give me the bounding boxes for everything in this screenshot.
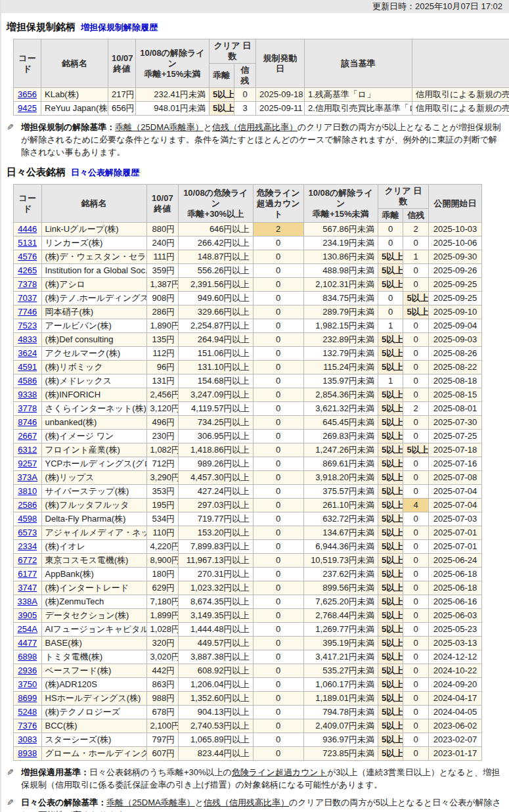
stock-code-link[interactable]: 7037 xyxy=(18,293,37,303)
table-row: 3747(株)インタートレード629円1,023.32円以上0899.56円未満… xyxy=(14,581,482,595)
clear-days-kairi: 5以上 xyxy=(378,361,403,374)
stock-code-link[interactable]: 3656 xyxy=(18,89,37,99)
note-term-link[interactable]: 乖離（25DMA乖離率） xyxy=(106,798,194,807)
danger-count: 0 xyxy=(253,250,303,264)
danger-line: 2,740.53円以上 xyxy=(179,719,253,733)
stock-code-link[interactable]: 4598 xyxy=(18,514,37,524)
stock-code-link[interactable]: 4446 xyxy=(18,224,37,234)
stock-code-link[interactable]: 2936 xyxy=(18,665,37,675)
stock-code-link[interactable]: 6177 xyxy=(18,569,37,579)
start-date: 2024-09-20 xyxy=(428,678,481,692)
code-cell: 7523 xyxy=(14,319,42,333)
close-price: 286円 xyxy=(146,305,179,319)
note-term-link[interactable]: 乖離（25DMA乖離率） xyxy=(115,122,203,132)
clear-days-shinzan: 5以上 xyxy=(403,443,428,457)
start-date: 2025-10-06 xyxy=(428,237,481,250)
table-row: 4586(株)メドレックス131円154.68円以上0135.97円未満1020… xyxy=(14,374,482,388)
clear-days-shinzan: 0 xyxy=(403,278,428,292)
close-price: 1,028円 xyxy=(146,623,179,637)
stock-code-link[interactable]: 9257 xyxy=(18,459,37,468)
code-cell: 3624 xyxy=(14,347,42,361)
stock-code-link[interactable]: 6772 xyxy=(18,555,37,565)
close-price: 534円 xyxy=(146,512,179,526)
release-line: 632.72円未満 xyxy=(303,512,378,526)
danger-line: 427.24円以上 xyxy=(179,485,253,499)
clear-days-shinzan: 0 xyxy=(403,457,428,471)
stock-code-link[interactable]: 3083 xyxy=(18,734,37,744)
stock-code-link[interactable]: 4576 xyxy=(18,252,37,261)
col-header-code: コード xyxy=(14,39,41,88)
stock-code-link[interactable]: 4477 xyxy=(18,638,37,648)
stock-code-link[interactable]: 7376 xyxy=(18,721,37,731)
code-cell: 6573 xyxy=(14,526,42,540)
stock-code-link[interactable]: 338A xyxy=(18,597,37,606)
stock-code-link[interactable]: 5131 xyxy=(18,238,37,248)
start-date: 2025-07-01 xyxy=(428,540,481,554)
close-price: 496円 xyxy=(146,416,179,430)
clear-days-kairi: 5以上 xyxy=(210,102,234,116)
release-line: 232.89円未満 xyxy=(303,333,378,347)
col-header-criteria: 該当基準 xyxy=(305,39,412,88)
clear-days-shinzan: 0 xyxy=(403,609,428,623)
stock-code-link[interactable]: 8746 xyxy=(18,417,37,427)
stock-code-link[interactable]: 254A xyxy=(18,624,37,634)
stock-code-link[interactable]: 3778 xyxy=(18,403,37,413)
stock-code-link[interactable]: 4265 xyxy=(18,265,37,275)
start-date: 2025-06-16 xyxy=(428,595,481,609)
stock-code-link[interactable]: 9425 xyxy=(18,103,37,113)
stock-code-link[interactable]: 3750 xyxy=(18,679,37,689)
col-header-release-line: 10/08の解除ライン 乖離+15%未満 xyxy=(303,185,378,223)
release-line: 134.67円未満 xyxy=(303,526,378,540)
stock-code-link[interactable]: 6573 xyxy=(18,528,37,537)
stock-code-link[interactable]: 6312 xyxy=(18,445,37,455)
code-cell: 7037 xyxy=(14,292,42,305)
close-price: 131円 xyxy=(146,374,179,388)
stock-code-link[interactable]: 3747 xyxy=(18,583,37,593)
danger-line: 1,444.48円以上 xyxy=(179,623,253,637)
stock-code-link[interactable]: 3624 xyxy=(18,348,37,358)
stock-code-link[interactable]: 8699 xyxy=(18,693,37,703)
stock-code-link[interactable]: 7746 xyxy=(18,307,37,317)
stock-code-link[interactable]: 9338 xyxy=(18,390,37,399)
stock-code-link[interactable]: 2667 xyxy=(18,431,37,441)
code-cell: 8699 xyxy=(14,692,42,706)
stock-code-link[interactable]: 373A xyxy=(18,472,37,482)
stock-code-link[interactable]: 7378 xyxy=(18,279,37,289)
margin-regulation-note: ✎ 増担保規制の解除基準：乖離（25DMA乖離率）と信残（信用残高比率）のクリア… xyxy=(7,121,504,158)
stock-name: アールビバン(株) xyxy=(41,319,146,333)
code-cell: 7378 xyxy=(14,278,42,292)
margin-regulation-history-link[interactable]: 増担保規制解除履歴 xyxy=(81,22,158,34)
release-line: 2,854.36円未満 xyxy=(303,388,378,402)
stock-code-link[interactable]: 3810 xyxy=(18,486,37,496)
update-time: 更新日時：2025年10月07日 17:02 xyxy=(372,1,502,11)
release-line: 645.45円未満 xyxy=(303,416,378,430)
note-text: と xyxy=(195,798,204,807)
stock-code-link[interactable]: 4833 xyxy=(18,334,37,344)
table-row: 4833(株)Def consulting135円264.94円以上0232.8… xyxy=(14,333,482,347)
daily-disclosure-history-link[interactable]: 日々公表解除履歴 xyxy=(71,167,139,179)
stock-code-link[interactable]: 2334 xyxy=(18,541,37,551)
start-date: 2024-10-22 xyxy=(428,664,481,678)
stock-code-link[interactable]: 6898 xyxy=(18,652,37,662)
stock-name: (株)イメージ ワン xyxy=(41,430,146,443)
stock-code-link[interactable]: 4586 xyxy=(18,376,37,386)
clear-days-shinzan: 0 xyxy=(403,637,428,650)
note-term-link[interactable]: 信残（信用残高比率） xyxy=(204,798,289,807)
clear-days-shinzan: 3 xyxy=(234,102,256,116)
stock-name: (株)フルッタフルッタ xyxy=(41,499,146,512)
start-date: 2025-07-30 xyxy=(428,416,481,430)
note-term-link[interactable]: 信残（信用残高比率） xyxy=(212,122,298,132)
margin-regulation-table: コード 銘柄名 10/07 終値 10/08の解除ライン 乖離+15%未満 クリ… xyxy=(13,39,509,116)
stock-code-link[interactable]: 4591 xyxy=(18,362,37,372)
note-term-link[interactable]: 危険ライン超過カウント xyxy=(232,767,327,777)
stock-code-link[interactable]: 2586 xyxy=(18,500,37,510)
danger-count: 0 xyxy=(253,237,303,250)
start-date: 2025-07-16 xyxy=(428,457,481,471)
stock-code-link[interactable]: 7523 xyxy=(18,321,37,330)
danger-line: 3,149.35円以上 xyxy=(179,609,253,623)
clear-days-kairi: 5以上 xyxy=(378,457,403,471)
table-row: 2334(株)イオレ4,220円7,899.83円以上06,944.36円未満5… xyxy=(14,540,482,554)
stock-code-link[interactable]: 8938 xyxy=(18,748,37,758)
stock-code-link[interactable]: 5248 xyxy=(18,707,37,717)
stock-code-link[interactable]: 3905 xyxy=(18,610,37,620)
